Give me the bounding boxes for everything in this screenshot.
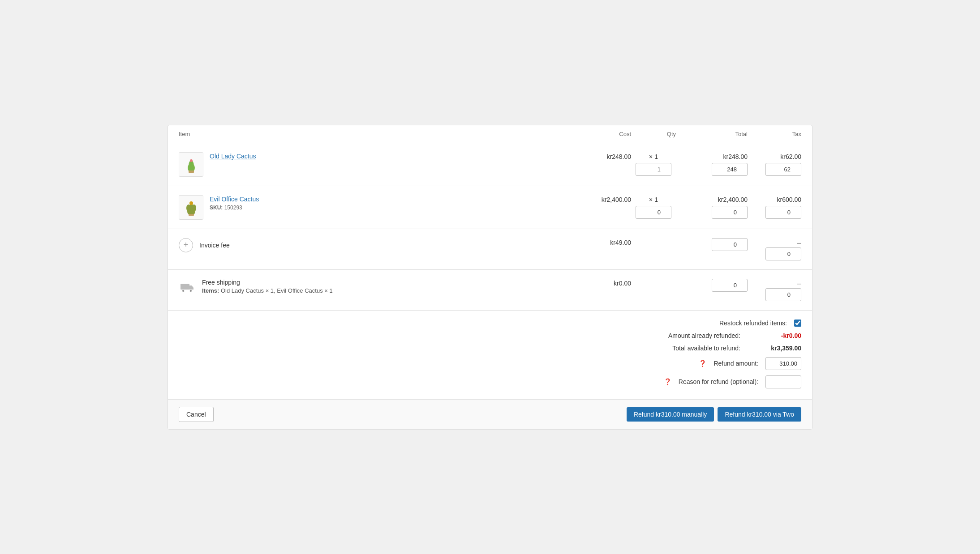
refund-amount-input[interactable] [765, 357, 801, 370]
amount-refunded-row: Amount already refunded: -kr0.00 [668, 332, 801, 339]
tax-original: kr62.00 [748, 152, 801, 160]
item-sku: SKU: 150293 [210, 205, 259, 211]
item-details: Evil Office Cactus SKU: 150293 [210, 195, 259, 211]
refund-via-button[interactable]: Refund kr310.00 via Two [718, 407, 801, 422]
qty-original: × 1 [631, 152, 676, 160]
item-total-col: kr248.00 [676, 152, 748, 176]
item-cost: kr248.00 [559, 152, 631, 160]
refund-panel: Item Cost Qty Total Tax Old Lady Cactus [168, 125, 812, 430]
qty-input-1[interactable] [636, 163, 671, 176]
item-name-link[interactable]: Old Lady Cactus [210, 153, 256, 160]
qty-input-2[interactable] [636, 206, 671, 219]
add-fee-icon[interactable]: + [179, 238, 193, 252]
fee-info: + Invoice fee [179, 238, 559, 252]
shipping-total-input[interactable] [712, 279, 748, 292]
restock-checkbox-wrap [794, 320, 801, 327]
fee-total-col [676, 238, 748, 251]
total-original: kr248.00 [676, 152, 748, 160]
col-qty-header: Qty [631, 131, 676, 137]
col-cost-header: Cost [559, 131, 631, 137]
shipping-row: Free shipping Items: Old Lady Cactus × 1… [168, 270, 812, 311]
table-row: Evil Office Cactus SKU: 150293 kr2,400.0… [168, 186, 812, 229]
qty-multiplier: × 1 [649, 196, 658, 203]
summary-section: Restock refunded items: Amount already r… [168, 311, 812, 399]
shipping-tax-col: – [748, 279, 801, 301]
table-header: Item Cost Qty Total Tax [168, 125, 812, 143]
amount-refunded-value: -kr0.00 [748, 332, 801, 339]
cancel-button[interactable]: Cancel [179, 407, 214, 422]
restock-checkbox[interactable] [794, 320, 801, 327]
col-tax-header: Tax [748, 131, 801, 137]
fee-cost: kr49.00 [559, 238, 631, 246]
table-row: Old Lady Cactus kr248.00 × 1 kr248.00 kr… [168, 143, 812, 186]
item-name-link[interactable]: Evil Office Cactus [210, 196, 259, 203]
svg-point-16 [190, 290, 192, 292]
total-available-row: Total available to refund: kr3,359.00 [672, 345, 801, 352]
item-tax-col: kr600.00 [748, 195, 801, 219]
shipping-icon [179, 279, 196, 296]
shipping-items-label: Items: [202, 287, 219, 294]
reason-label: Reason for refund (optional): [679, 378, 758, 385]
sku-value: 150293 [224, 205, 242, 211]
shipping-label: Free shipping [202, 279, 333, 286]
item-thumbnail [179, 195, 203, 220]
reason-row: ❓ Reason for refund (optional): [664, 375, 801, 388]
reason-help-icon: ❓ [664, 378, 671, 385]
amount-refunded-label: Amount already refunded: [668, 332, 740, 339]
item-info: Old Lady Cactus [179, 152, 559, 177]
col-item-header: Item [179, 131, 559, 137]
svg-point-15 [182, 290, 185, 292]
restock-row: Restock refunded items: [719, 320, 801, 327]
item-cost: kr2,400.00 [559, 195, 631, 203]
svg-rect-13 [189, 214, 194, 216]
tax-input-2[interactable] [765, 206, 801, 219]
fee-row: + Invoice fee kr49.00 – [168, 229, 812, 270]
qty-multiplier: × 1 [649, 153, 658, 160]
item-details: Old Lady Cactus [210, 152, 256, 160]
total-input-2[interactable] [712, 206, 748, 219]
total-original: kr2,400.00 [676, 195, 748, 203]
svg-rect-14 [181, 284, 189, 290]
refund-manually-button[interactable]: Refund kr310.00 manually [627, 407, 714, 422]
total-available-label: Total available to refund: [672, 345, 740, 352]
shipping-items-value: Old Lady Cactus × 1, Evil Office Cactus … [221, 287, 333, 294]
col-total-header: Total [676, 131, 748, 137]
item-total-col: kr2,400.00 [676, 195, 748, 219]
svg-point-2 [190, 159, 193, 162]
item-qty-col: × 1 [631, 195, 676, 219]
total-input-1[interactable] [712, 163, 748, 176]
refund-amount-help-icon: ❓ [699, 360, 706, 367]
item-info: Evil Office Cactus SKU: 150293 [179, 195, 559, 220]
fee-dash: – [748, 238, 801, 247]
item-qty-col: × 1 [631, 152, 676, 176]
shipping-tax-input[interactable] [765, 288, 801, 301]
tax-original: kr600.00 [748, 195, 801, 203]
qty-original: × 1 [631, 195, 676, 203]
fee-label: Invoice fee [199, 242, 230, 249]
shipping-total-col [676, 279, 748, 292]
shipping-items: Items: Old Lady Cactus × 1, Evil Office … [202, 287, 333, 294]
shipping-details: Free shipping Items: Old Lady Cactus × 1… [202, 279, 333, 294]
fee-tax-input[interactable] [765, 247, 801, 260]
item-thumbnail [179, 152, 203, 177]
refund-amount-label: Refund amount: [714, 360, 758, 367]
refund-buttons: Refund kr310.00 manually Refund kr310.00… [627, 407, 801, 422]
tax-input-1[interactable] [765, 163, 801, 176]
shipping-info: Free shipping Items: Old Lady Cactus × 1… [179, 279, 559, 296]
sku-label: SKU: [210, 205, 223, 211]
total-available-value: kr3,359.00 [748, 345, 801, 352]
svg-rect-5 [189, 170, 194, 173]
item-tax-col: kr62.00 [748, 152, 801, 176]
refund-amount-row: ❓ Refund amount: [699, 357, 801, 370]
shipping-cost: kr0.00 [559, 279, 631, 287]
restock-label: Restock refunded items: [719, 320, 787, 327]
svg-point-10 [189, 201, 193, 205]
reason-input[interactable] [765, 375, 801, 388]
fee-total-input[interactable] [712, 238, 748, 251]
footer-actions: Cancel Refund kr310.00 manually Refund k… [168, 399, 812, 429]
fee-tax-col: – [748, 238, 801, 260]
shipping-dash: – [748, 279, 801, 288]
